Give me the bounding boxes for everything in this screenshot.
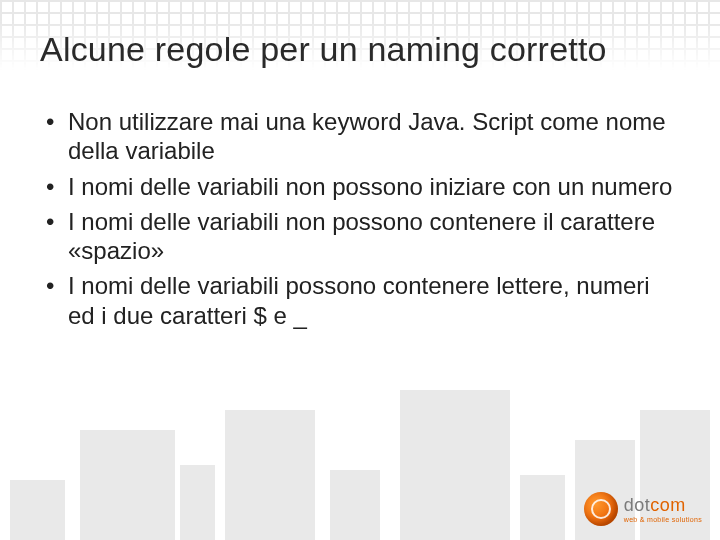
logo-text: dotcom web & mobile solutions bbox=[624, 496, 702, 523]
logo-brand-prefix: dot bbox=[624, 495, 651, 515]
slide-title: Alcune regole per un naming corretto bbox=[40, 30, 680, 69]
list-item: I nomi delle variabili possono contenere… bbox=[46, 271, 680, 330]
logo-icon bbox=[584, 492, 618, 526]
list-item: Non utilizzare mai una keyword Java. Scr… bbox=[46, 107, 680, 166]
logo-tagline: web & mobile solutions bbox=[624, 516, 702, 523]
list-item: I nomi delle variabili non possono inizi… bbox=[46, 172, 680, 201]
bullet-list: Non utilizzare mai una keyword Java. Scr… bbox=[40, 107, 680, 330]
slide-body: Alcune regole per un naming corretto Non… bbox=[0, 0, 720, 330]
list-item: I nomi delle variabili non possono conte… bbox=[46, 207, 680, 266]
logo: dotcom web & mobile solutions bbox=[584, 492, 702, 526]
logo-brand-accent: com bbox=[650, 495, 686, 515]
